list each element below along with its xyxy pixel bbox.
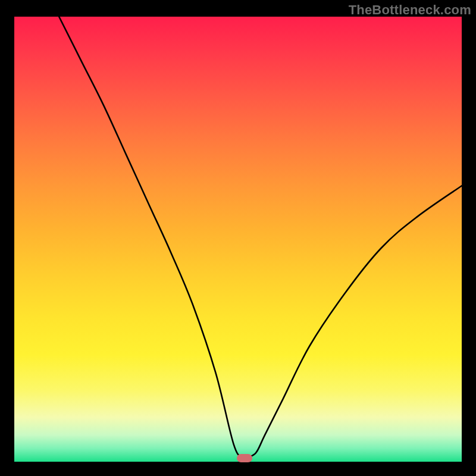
- watermark-label: TheBottleneck.com: [349, 2, 471, 18]
- optimal-marker: [237, 454, 252, 462]
- curve-path: [59, 17, 462, 459]
- plot-area: [14, 17, 462, 462]
- bottleneck-curve: [14, 17, 462, 462]
- chart-frame: TheBottleneck.com: [0, 0, 476, 476]
